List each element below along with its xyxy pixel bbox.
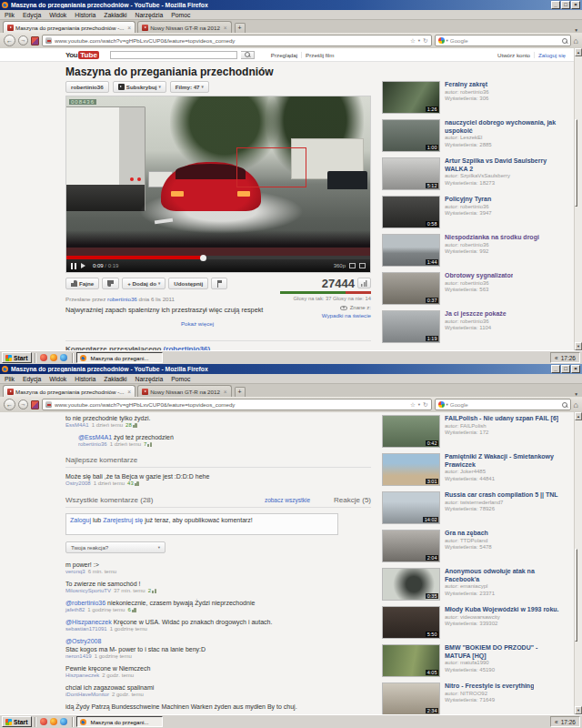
related-video-title-link[interactable]: Artur Szpilka vs David Saulsberry WALKA …: [445, 157, 564, 173]
comment-author-link[interactable]: MilosnicySportuTV: [65, 588, 111, 593]
comment-author-link[interactable]: veronq3: [65, 569, 85, 574]
show-more-link[interactable]: Pokaż więcej: [65, 320, 329, 327]
menu-plik[interactable]: Plik: [5, 376, 15, 382]
related-video-item[interactable]: 1:26 Feralny zakręt autor: robertinio36 …: [382, 81, 564, 117]
related-video-item[interactable]: 4:05 BMW "BOKIEM DO PRZODU" - MATUFA [HQ…: [382, 644, 564, 681]
start-button[interactable]: Start: [2, 352, 32, 363]
uploader-button[interactable]: robertinio36: [65, 81, 109, 93]
menu-zakladki[interactable]: Zakładki: [104, 12, 126, 18]
reload-icon[interactable]: ↻: [423, 37, 427, 45]
search-icon[interactable]: [562, 402, 567, 408]
quicklaunch-icon-3[interactable]: [60, 354, 67, 361]
video-thumbnail[interactable]: 5:50: [382, 606, 440, 639]
search-bar[interactable]: ▾ Google: [435, 35, 571, 46]
seek-bar[interactable]: [66, 256, 370, 259]
related-video-author[interactable]: autor: robertinio36: [445, 318, 507, 326]
popout-icon[interactable]: [349, 263, 356, 268]
related-video-title-link[interactable]: Russia car crash compilation 5 || TNL: [445, 491, 558, 500]
related-video-item[interactable]: 5:12 Artur Szpilka vs David Saulsberry W…: [382, 157, 564, 194]
scroll-down-arrow[interactable]: ▼: [575, 342, 582, 350]
vertical-scrollbar[interactable]: ▲ ▼: [574, 412, 582, 714]
related-video-author[interactable]: autor: robertinio36: [445, 204, 492, 211]
uploader-link[interactable]: robertinio36: [107, 296, 137, 302]
url-dropdown-icon[interactable]: ▾: [418, 38, 420, 43]
related-video-author[interactable]: autor: Joker4485: [445, 469, 564, 476]
bookmark-star-icon[interactable]: ☆: [410, 401, 416, 409]
menu-plik[interactable]: Plik: [5, 12, 15, 18]
home-icon[interactable]: ⌂: [574, 400, 578, 410]
related-video-item[interactable]: 2:34 Nitro - Freestyle is everything aut…: [382, 682, 564, 714]
bookmark-star-icon[interactable]: ☆: [410, 37, 416, 45]
related-video-author[interactable]: autor: emaniacypl: [445, 583, 564, 591]
video-thumbnail[interactable]: 14:02: [382, 491, 440, 524]
tray-expand-icon[interactable]: «: [555, 355, 558, 361]
related-video-title-link[interactable]: nauczyciel dobrego wychowania, jak uspok…: [445, 119, 564, 135]
tab-close-icon[interactable]: ×: [224, 389, 227, 395]
related-video-author[interactable]: autor: FAILPolish: [445, 423, 558, 430]
menu-widok[interactable]: Widok: [49, 12, 66, 18]
related-video-item[interactable]: 0:35 Anonymous odwołuje atak na Facebook…: [382, 568, 564, 604]
menu-historia[interactable]: Historia: [75, 12, 95, 18]
tab-nissan-page[interactable]: Nowy Nissan GT-R na 2012 ×: [137, 385, 231, 397]
add-to-button[interactable]: + Dodaj do▾: [122, 278, 166, 289]
minimize-button[interactable]: _: [551, 1, 560, 9]
related-video-title-link[interactable]: Nitro - Freestyle is everything: [445, 682, 534, 691]
scroll-up-arrow[interactable]: ▲: [575, 48, 582, 56]
scroll-up-arrow[interactable]: ▲: [575, 412, 582, 420]
menu-narzedzia[interactable]: Narzędzia: [135, 12, 164, 18]
related-video-author[interactable]: autor: robertinio36: [445, 242, 539, 249]
video-thumbnail[interactable]: 4:05: [382, 644, 440, 677]
new-tab-button[interactable]: +: [235, 23, 246, 33]
menu-widok[interactable]: Widok: [49, 376, 66, 382]
reload-icon[interactable]: ↻: [423, 401, 427, 409]
related-video-author[interactable]: autor: LeszekEl: [445, 135, 564, 142]
scroll-down-arrow[interactable]: ▼: [575, 706, 582, 714]
related-video-item[interactable]: 0:37 Obrotowy sygnalizator autor: robert…: [382, 272, 564, 308]
comment-mention-link[interactable]: @EssM4A1: [78, 434, 112, 440]
search-bar[interactable]: ▾ Google: [435, 399, 571, 410]
tab-nissan-page[interactable]: Nowy Nissan GT-R na 2012 ×: [137, 21, 231, 33]
video-thumbnail[interactable]: 0:58: [382, 196, 440, 228]
comment-author-link[interactable]: jafeth82: [65, 607, 85, 612]
quicklaunch-icon-1[interactable]: [40, 354, 47, 361]
related-video-author[interactable]: autor: matufa1990: [445, 660, 564, 667]
menu-pomoc[interactable]: Pomoc: [171, 376, 190, 382]
seek-handle[interactable]: [200, 255, 206, 261]
forward-button[interactable]: →: [18, 35, 28, 46]
url-bar[interactable]: www.youtube.com/watch?v=gHPbLxvCUP0&feat…: [42, 399, 432, 410]
home-icon[interactable]: ⌂: [574, 36, 578, 46]
comment-mention-link[interactable]: @robertinio36: [65, 600, 105, 606]
tab-active-watch-page[interactable]: Maszyna do przeganiania przechodniów -..…: [3, 21, 135, 33]
url-text[interactable]: www.youtube.com/watch?v=gHPbLxvCUP0&feat…: [55, 37, 410, 44]
video-thumbnail[interactable]: 0:35: [382, 568, 440, 601]
tab-close-icon[interactable]: ×: [127, 25, 131, 31]
related-video-item[interactable]: 3:01 Pamiętniki Z Wakacji - Śmietankowy …: [382, 453, 564, 490]
related-video-title-link[interactable]: Ja ci jeszcze pokaże: [445, 310, 507, 318]
video-thumbnail[interactable]: 1:19: [382, 310, 440, 343]
tab-active-watch-page[interactable]: Maszyna do przeganiania przechodniów -..…: [3, 385, 135, 397]
related-video-author[interactable]: autor: NITROO92: [445, 691, 534, 698]
related-video-item[interactable]: 14:02 Russia car crash compilation 5 || …: [382, 491, 564, 528]
video-frame[interactable]: 008436: [66, 96, 370, 256]
comment-author-link[interactable]: sebastian171091: [65, 626, 107, 632]
menu-narzedzia[interactable]: Narzędzia: [135, 376, 164, 382]
video-thumbnail[interactable]: 2:04: [382, 530, 440, 562]
window-titlebar[interactable]: Maszyna do przeganiania przechodniów - Y…: [0, 364, 582, 374]
comment-author-link[interactable]: iDontHaveMonitor: [65, 692, 109, 697]
uploader-link[interactable]: (robertinio36): [164, 345, 211, 350]
related-video-author[interactable]: autor: SzpilkaVsSaulsberry: [445, 173, 564, 180]
quicklaunch-icon-3[interactable]: [60, 718, 67, 725]
search-engine-dropdown-icon[interactable]: ▾: [447, 402, 448, 407]
taskbar-window-button[interactable]: Maszyna do przegani...: [76, 716, 163, 727]
fullscreen-icon[interactable]: [359, 263, 366, 268]
related-video-title-link[interactable]: BMW "BOKIEM DO PRZODU" - MATUFA [HQ]: [445, 644, 564, 660]
reaction-dropdown[interactable]: Twoja reakcja? ▾: [65, 541, 166, 553]
start-button[interactable]: Start: [2, 716, 32, 727]
create-account-link[interactable]: Utwórz konto: [494, 52, 534, 58]
search-engine-dropdown-icon[interactable]: ▾: [447, 38, 448, 43]
bookmarks-icon[interactable]: [31, 36, 39, 46]
video-player[interactable]: 008436 0:09 / 0:19 360p: [65, 96, 371, 273]
volume-icon[interactable]: [81, 263, 88, 268]
quicklaunch-icon-2[interactable]: [50, 718, 57, 725]
scrollbar-thumb[interactable]: [575, 119, 577, 207]
